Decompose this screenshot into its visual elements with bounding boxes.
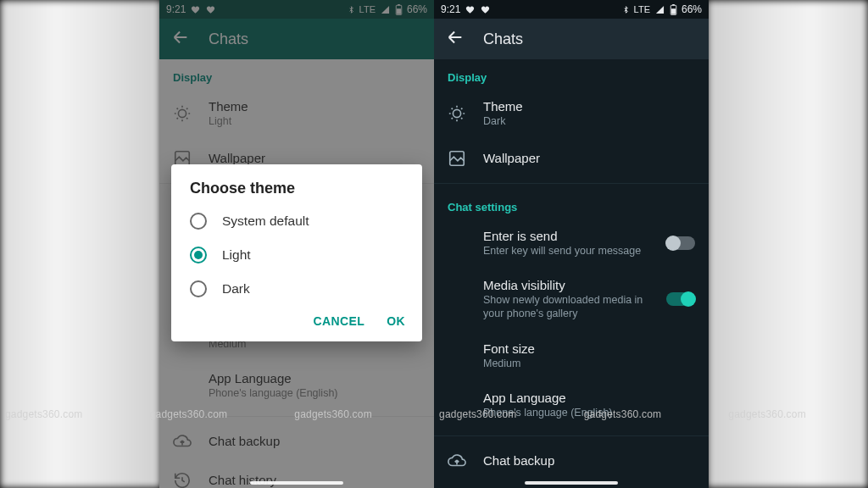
media-toggle[interactable] — [666, 292, 695, 306]
lang-title: App Language — [483, 391, 695, 405]
row-theme[interactable]: Theme Dark — [434, 89, 709, 139]
nav-pill[interactable] — [250, 481, 343, 485]
row-font-size[interactable]: Font size Medium — [434, 331, 709, 381]
section-chat: Chat settings — [434, 189, 709, 219]
svg-point-8 — [453, 110, 460, 118]
status-battery: 66% — [682, 3, 702, 15]
enter-title: Enter is send — [483, 229, 649, 243]
nav-pill[interactable] — [525, 481, 618, 485]
backup-title: Chat backup — [483, 453, 695, 468]
background-blur-right — [707, 0, 868, 488]
media-sub: Show newly downloaded media in your phon… — [483, 294, 649, 320]
svg-rect-7 — [671, 8, 676, 14]
status-time: 9:21 — [441, 3, 460, 15]
back-icon[interactable] — [446, 28, 465, 50]
row-enter-is-send[interactable]: Enter is send Enter key will send your m… — [434, 219, 709, 269]
radio-checked-icon — [190, 247, 207, 263]
option-label: Dark — [222, 281, 250, 297]
appbar-title: Chats — [483, 30, 523, 48]
settings-list: Display Theme Dark Wallpaper Chat settin… — [434, 59, 709, 488]
phone-dark: 9:21 LTE 66% Chats Display Theme — [434, 0, 709, 488]
lang-value: Phone's language (English) — [483, 407, 695, 420]
heart-icon — [465, 5, 476, 14]
theme-value: Dark — [483, 115, 695, 129]
font-title: Font size — [483, 341, 695, 356]
cancel-button[interactable]: CANCEL — [313, 314, 364, 328]
row-media-visibility[interactable]: Media visibility Show newly downloaded m… — [434, 268, 709, 330]
font-value: Medium — [483, 358, 695, 371]
cloud-upload-icon — [448, 452, 466, 470]
row-wallpaper[interactable]: Wallpaper — [434, 139, 709, 178]
battery-icon — [670, 4, 677, 15]
signal-icon — [654, 5, 665, 14]
enter-toggle[interactable] — [666, 236, 695, 250]
radio-icon — [190, 213, 207, 230]
option-label: Light — [222, 247, 251, 263]
heart-icon — [480, 5, 491, 14]
theme-dialog: Choose theme System default Light Dark C… — [171, 164, 422, 341]
section-display: Display — [434, 59, 709, 89]
theme-title: Theme — [483, 99, 695, 114]
option-dark[interactable]: Dark — [171, 272, 422, 306]
ok-button[interactable]: OK — [387, 314, 405, 328]
status-bar: 9:21 LTE 66% — [434, 0, 709, 19]
app-bar: Chats — [434, 19, 709, 59]
background-blur-left — [0, 0, 161, 488]
bluetooth-icon — [622, 4, 630, 15]
row-language[interactable]: App Language Phone's language (English) — [434, 380, 709, 430]
phone-light: 9:21 LTE 66% Chats Display Theme — [159, 0, 434, 488]
svg-rect-6 — [672, 4, 675, 5]
status-network: LTE — [634, 4, 650, 14]
option-system-default[interactable]: System default — [171, 204, 422, 238]
brightness-icon — [448, 104, 466, 123]
media-title: Media visibility — [483, 278, 649, 292]
option-label: System default — [222, 214, 309, 229]
row-backup[interactable]: Chat backup — [434, 441, 709, 480]
wallpaper-icon — [448, 149, 466, 168]
enter-sub: Enter key will send your message — [483, 245, 649, 258]
radio-icon — [190, 280, 207, 297]
option-light[interactable]: Light — [171, 238, 422, 272]
dialog-title: Choose theme — [171, 180, 422, 204]
wallpaper-title: Wallpaper — [483, 151, 695, 165]
